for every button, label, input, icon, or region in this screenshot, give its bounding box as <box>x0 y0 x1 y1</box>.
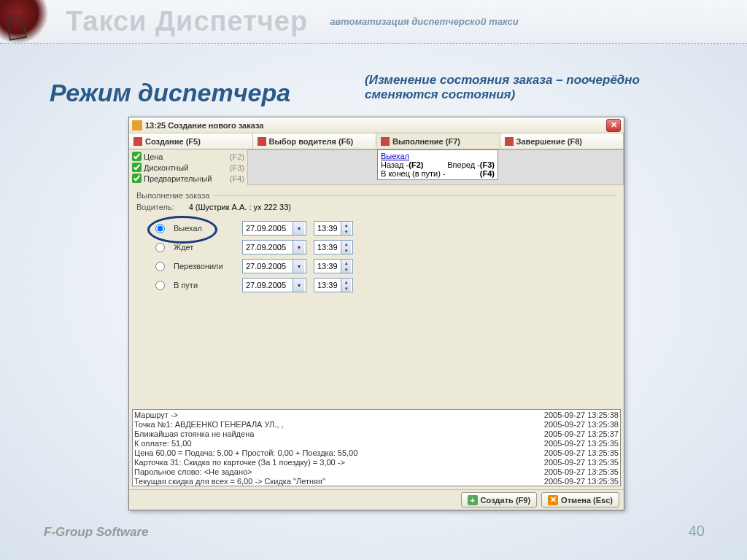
popup-link[interactable]: Выехал <box>381 152 409 160</box>
date-input[interactable]: 27.09.2005▾ <box>242 278 306 292</box>
date-input[interactable]: 27.09.2005▾ <box>242 221 306 236</box>
chevron-down-icon[interactable]: ▾ <box>293 222 304 235</box>
checkbox[interactable] <box>132 163 142 172</box>
close-button[interactable]: ✕ <box>606 119 621 132</box>
tab-label: Выбор водителя (F6) <box>269 137 354 146</box>
log-date: 2005-09-27 13:25:38 <box>544 411 619 420</box>
check-label: Цена <box>144 152 230 161</box>
tab-driver[interactable]: Выбор водителя (F6) <box>253 133 377 149</box>
log-date: 2005-09-27 13:25:35 <box>544 458 619 467</box>
status-label: Перезвонили <box>174 262 235 271</box>
button-label: Отмена (Esc) <box>561 496 613 505</box>
spinner[interactable]: ▴▾ <box>341 260 351 273</box>
app-header: Такси Диспетчер автоматизация диспетчерс… <box>0 0 747 44</box>
status-row: Перезвонили27.09.2005▾13:39▴▾ <box>155 257 624 276</box>
subbar: Цена(F2) Дисконтный(F3) Предварительный(… <box>129 149 624 185</box>
tab-create[interactable]: Создание (F5) <box>129 133 253 149</box>
log-row: Парольное слово: <Не задано>2005-09-27 1… <box>134 467 619 477</box>
check-hotkey: (F3) <box>230 163 244 172</box>
check-label: Предварительный <box>144 174 230 183</box>
log-date: 2005-09-27 13:25:35 <box>544 439 619 448</box>
check-column: Цена(F2) Дисконтный(F3) Предварительный(… <box>129 149 247 185</box>
status-label: Ждет <box>174 243 235 252</box>
tab-label: Завершение (F8) <box>516 137 583 146</box>
log-text: Маршрут -> <box>134 411 178 420</box>
chevron-down-icon[interactable]: ▾ <box>293 279 304 292</box>
cancel-button[interactable]: ✕Отмена (Esc) <box>541 492 619 508</box>
section-title: Выполнение заказа <box>136 191 209 200</box>
tab-icon <box>505 137 514 146</box>
pop-text: Назад - <box>381 160 409 169</box>
page-title: Режим диспетчера <box>50 79 290 107</box>
pop-hot: (F3) <box>480 160 495 169</box>
status-radio[interactable] <box>155 224 165 233</box>
tab-execution[interactable]: Выполнение (F7) <box>376 133 500 149</box>
plus-icon: + <box>468 495 478 505</box>
check-hotkey: (F4) <box>230 174 244 183</box>
status-row: В пути27.09.2005▾13:39▴▾ <box>155 276 624 295</box>
log-date: 2005-09-27 13:25:35 <box>544 477 619 486</box>
log-row: Маршрут ->2005-09-27 13:25:38 <box>134 411 619 420</box>
tab-finish[interactable]: Завершение (F8) <box>500 133 624 149</box>
tab-icon <box>133 137 142 146</box>
tabs: Создание (F5) Выбор водителя (F6) Выполн… <box>129 133 624 149</box>
tab-label: Выполнение (F7) <box>392 137 460 146</box>
log-text: Цена 60,00 = Подача: 5,00 + Простой: 0,0… <box>134 448 357 458</box>
checkbox[interactable] <box>132 174 142 183</box>
log-date: 2005-09-27 13:25:38 <box>544 420 619 429</box>
time-input[interactable]: 13:39▴▾ <box>314 221 353 236</box>
app-icon <box>132 120 142 131</box>
brand-title: Такси Диспетчер <box>66 6 308 37</box>
time-input[interactable]: 13:39▴▾ <box>314 278 353 292</box>
status-radio[interactable] <box>155 262 165 271</box>
page-subtitle: (Изменение состояния заказа – поочерёдно… <box>365 73 642 102</box>
driver-value: 4 (Шустрик А.А. : ух 222 33) <box>189 203 291 211</box>
x-icon: ✕ <box>548 495 558 505</box>
log-text: Ближайшая стоянка не найдена <box>134 429 254 439</box>
create-button[interactable]: +Создать (F9) <box>461 492 537 508</box>
time-input[interactable]: 13:39▴▾ <box>314 259 353 273</box>
status-rows: Выехал27.09.2005▾13:39▴▾Ждет27.09.2005▾1… <box>155 219 624 295</box>
pop-hot: (F4) <box>480 169 495 178</box>
spinner[interactable]: ▴▾ <box>341 279 351 292</box>
status-popup: Выехал Назад -(F2) Вперед -(F3) В конец … <box>377 149 498 180</box>
button-bar: +Создать (F9) ✕Отмена (Esc) <box>129 489 624 510</box>
date-input[interactable]: 27.09.2005▾ <box>242 259 306 273</box>
log-row: Точка №1: АВДЕЕНКО ГЕНЕРАЛА УЛ., ,2005-0… <box>134 420 619 429</box>
status-radio[interactable] <box>155 281 165 290</box>
chevron-down-icon[interactable]: ▾ <box>293 241 304 254</box>
spinner[interactable]: ▴▾ <box>341 241 351 254</box>
log-text: Точка №1: АВДЕЕНКО ГЕНЕРАЛА УЛ., , <box>134 420 284 429</box>
check-prelim[interactable]: Предварительный(F4) <box>132 173 244 184</box>
time-input[interactable]: 13:39▴▾ <box>314 240 353 254</box>
popup-row: В конец (в пути) - (F4) <box>381 169 495 178</box>
driver-label: Водитель: <box>136 203 174 211</box>
check-label: Дисконтный <box>144 163 230 172</box>
titlebar[interactable]: 13:25 Создание нового заказа ✕ <box>129 117 624 133</box>
pop-text: В конец (в пути) - <box>381 169 446 178</box>
button-label: Создать (F9) <box>481 496 530 505</box>
footer: F-Group Software <box>44 525 149 540</box>
check-price[interactable]: Цена(F2) <box>132 151 244 162</box>
pop-text: Вперед - <box>447 160 480 169</box>
status-label: Выехал <box>174 224 235 233</box>
date-input[interactable]: 27.09.2005▾ <box>242 240 306 254</box>
status-row: Выехал27.09.2005▾13:39▴▾ <box>155 219 624 238</box>
status-radio[interactable] <box>155 243 165 252</box>
check-discount[interactable]: Дисконтный(F3) <box>132 162 244 173</box>
order-window: 13:25 Создание нового заказа ✕ Создание … <box>128 117 624 510</box>
spinner[interactable]: ▴▾ <box>341 222 351 235</box>
log-area[interactable]: Маршрут ->2005-09-27 13:25:38Точка №1: А… <box>132 409 621 486</box>
driver-line: Водитель: 4 (Шустрик А.А. : ух 222 33) <box>136 203 616 211</box>
log-text: К оплате: 51,00 <box>134 439 192 448</box>
page-number: 40 <box>689 523 705 540</box>
log-date: 2005-09-27 13:25:37 <box>544 429 619 439</box>
log-text: Текущая скидка для всех = 6,00 -> Скидка… <box>134 477 325 486</box>
log-row: Карточка 31: Скидка по карточке (За 1 по… <box>134 458 619 467</box>
checkbox[interactable] <box>132 152 142 161</box>
chevron-down-icon[interactable]: ▾ <box>293 260 304 273</box>
pop-hot: (F2) <box>409 160 423 169</box>
tab-label: Создание (F5) <box>145 137 201 146</box>
check-hotkey: (F2) <box>230 152 244 161</box>
log-text: Карточка 31: Скидка по карточке (За 1 по… <box>134 458 345 467</box>
